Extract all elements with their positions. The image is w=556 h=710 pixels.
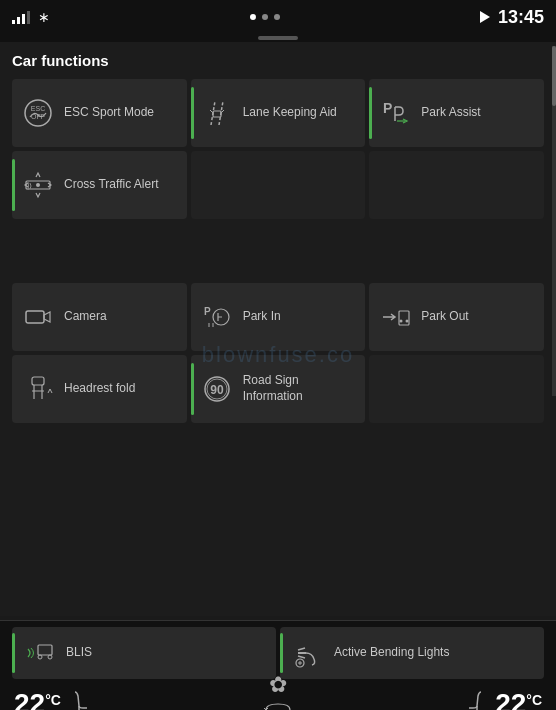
left-temp: 22°C <box>14 688 61 710</box>
empty-cell-1 <box>191 151 366 219</box>
right-seat-icon <box>463 690 487 710</box>
section-title: Car functions <box>12 52 544 69</box>
dot-3 <box>274 14 280 20</box>
blis-button[interactable]: BLIS <box>12 627 276 679</box>
right-climate: 22°C <box>463 688 542 710</box>
drag-line <box>258 36 298 40</box>
lane-keeping-aid-button[interactable]: Lane Keeping Aid <box>191 79 366 147</box>
bending-lights-icon <box>290 635 326 671</box>
status-bar: ∗ 13:45 <box>0 0 556 32</box>
climate-bar: 22°C ✿ AUTO 22°C <box>0 681 556 710</box>
cross-traffic-alert-button[interactable]: Cross Traffic Alert <box>12 151 187 219</box>
svg-rect-3 <box>213 111 221 117</box>
svg-point-12 <box>400 320 403 323</box>
page-dots <box>250 14 280 20</box>
camera-icon <box>20 299 56 335</box>
camera-button[interactable]: Camera <box>12 283 187 351</box>
active-bending-lights-button[interactable]: Active Bending Lights <box>280 627 544 679</box>
park-in-button[interactable]: P Park In <box>191 283 366 351</box>
scrollbar[interactable] <box>552 46 556 396</box>
blis-icon <box>22 635 58 671</box>
status-right: 13:45 <box>480 7 544 28</box>
signal-icon <box>12 10 30 24</box>
main-content: Car functions ESC OFF ESC Sport Mode <box>0 42 556 616</box>
camera-label: Camera <box>64 309 107 325</box>
lane-icon <box>199 95 235 131</box>
bending-lights-label: Active Bending Lights <box>334 645 449 661</box>
left-climate: 22°C <box>14 688 93 710</box>
svg-text:P: P <box>204 306 211 317</box>
svg-text:ESC: ESC <box>31 105 45 112</box>
svg-text:P: P <box>383 100 392 116</box>
clock: 13:45 <box>498 7 544 28</box>
park-assist-button[interactable]: P Park Assist <box>369 79 544 147</box>
svg-point-13 <box>406 320 409 323</box>
grid-row-3: Camera P Park In <box>12 283 544 351</box>
park-in-label: Park In <box>243 309 281 325</box>
grid-row-2: Cross Traffic Alert <box>12 151 544 219</box>
park-assist-label: Park Assist <box>421 105 480 121</box>
road-sign-label: Road Sign Information <box>243 373 358 404</box>
left-seat-icon <box>69 690 93 710</box>
headrest-label: Headrest fold <box>64 381 135 397</box>
esc-label: ESC Sport Mode <box>64 105 154 121</box>
road-sign-icon: 90 <box>199 371 235 407</box>
park-out-button[interactable]: Park Out <box>369 283 544 351</box>
park-out-icon <box>377 299 413 335</box>
grid-row-1: ESC OFF ESC Sport Mode Lane Keeping Aid <box>12 79 544 147</box>
park-out-label: Park Out <box>421 309 468 325</box>
svg-rect-7 <box>26 311 44 323</box>
empty-cell-3 <box>369 355 544 423</box>
bluetooth-icon: ∗ <box>38 9 50 25</box>
park-assist-icon: P <box>377 95 413 131</box>
esc-icon: ESC OFF <box>20 95 56 131</box>
right-temp: 22°C <box>495 688 542 710</box>
dot-2 <box>262 14 268 20</box>
svg-text:90: 90 <box>210 383 224 397</box>
road-sign-info-button[interactable]: 90 Road Sign Information <box>191 355 366 423</box>
svg-point-6 <box>36 183 40 187</box>
headrest-icon <box>20 371 56 407</box>
bottom-bar: BLIS Active Bending Lights 22°C <box>0 620 556 710</box>
cross-traffic-icon <box>20 167 56 203</box>
svg-rect-14 <box>32 377 44 385</box>
blis-label: BLIS <box>66 645 92 661</box>
drag-bar <box>0 32 556 42</box>
play-icon <box>480 11 490 23</box>
empty-cell-2 <box>369 151 544 219</box>
scrollbar-thumb[interactable] <box>552 46 556 106</box>
park-in-icon: P <box>199 299 235 335</box>
grid-row-4: Headrest fold 90 Road Sign Information <box>12 355 544 423</box>
lane-label: Lane Keeping Aid <box>243 105 337 121</box>
cross-traffic-label: Cross Traffic Alert <box>64 177 158 193</box>
esc-sport-mode-button[interactable]: ESC OFF ESC Sport Mode <box>12 79 187 147</box>
svg-rect-18 <box>38 645 52 655</box>
status-left: ∗ <box>12 9 50 25</box>
dot-1 <box>250 14 256 20</box>
recirculation-icon <box>260 700 296 711</box>
headrest-fold-button[interactable]: Headrest fold <box>12 355 187 423</box>
